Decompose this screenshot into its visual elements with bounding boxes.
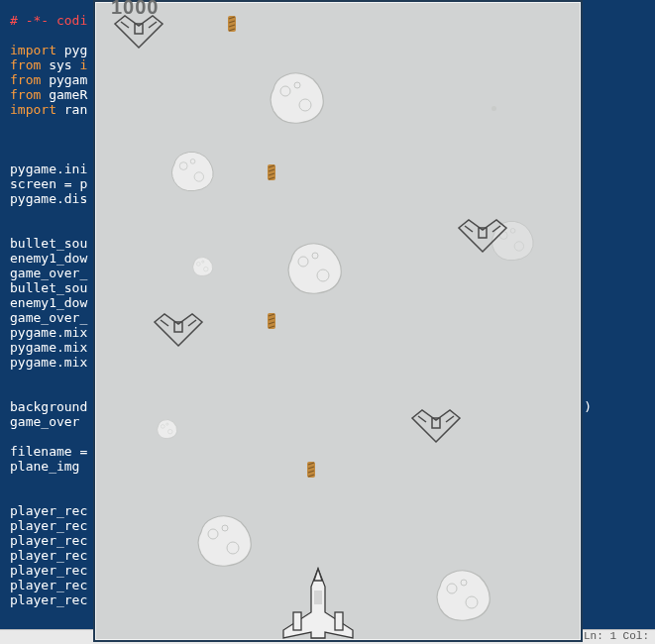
svg-marker-28 bbox=[155, 314, 202, 346]
bullet-icon bbox=[227, 15, 237, 33]
meteor-icon bbox=[155, 418, 178, 440]
bullet-icon bbox=[267, 312, 276, 330]
meteor-icon bbox=[191, 512, 255, 570]
meteor-icon bbox=[281, 240, 345, 297]
enemy-ship-icon bbox=[410, 408, 462, 444]
svg-line-39 bbox=[446, 416, 454, 422]
meteor-icon bbox=[190, 256, 214, 277]
enemy-ship-icon bbox=[153, 312, 204, 348]
svg-rect-62 bbox=[314, 590, 322, 604]
svg-line-38 bbox=[418, 416, 426, 422]
svg-marker-24 bbox=[115, 16, 163, 48]
svg-line-35 bbox=[492, 226, 500, 232]
meteor-icon bbox=[264, 69, 327, 127]
svg-line-34 bbox=[465, 226, 473, 232]
svg-rect-60 bbox=[293, 612, 301, 630]
svg-line-31 bbox=[188, 320, 196, 326]
enemy-ship-icon bbox=[113, 14, 164, 50]
svg-line-26 bbox=[121, 22, 129, 28]
statusbar-position: Ln: 1 Col: bbox=[584, 630, 649, 642]
meteor-icon bbox=[430, 567, 493, 624]
player-ship-icon bbox=[273, 567, 363, 640]
bullet-icon bbox=[267, 163, 276, 181]
enemy-ship-icon bbox=[457, 218, 508, 254]
svg-marker-32 bbox=[459, 220, 506, 252]
game-window[interactable]: 1000 bbox=[93, 0, 583, 642]
svg-marker-36 bbox=[412, 410, 460, 442]
meteor-icon bbox=[166, 149, 216, 194]
bullet-icon bbox=[306, 461, 316, 479]
debris-dot bbox=[491, 106, 496, 111]
svg-rect-61 bbox=[335, 612, 343, 630]
svg-line-27 bbox=[149, 22, 157, 28]
svg-line-30 bbox=[161, 320, 168, 326]
